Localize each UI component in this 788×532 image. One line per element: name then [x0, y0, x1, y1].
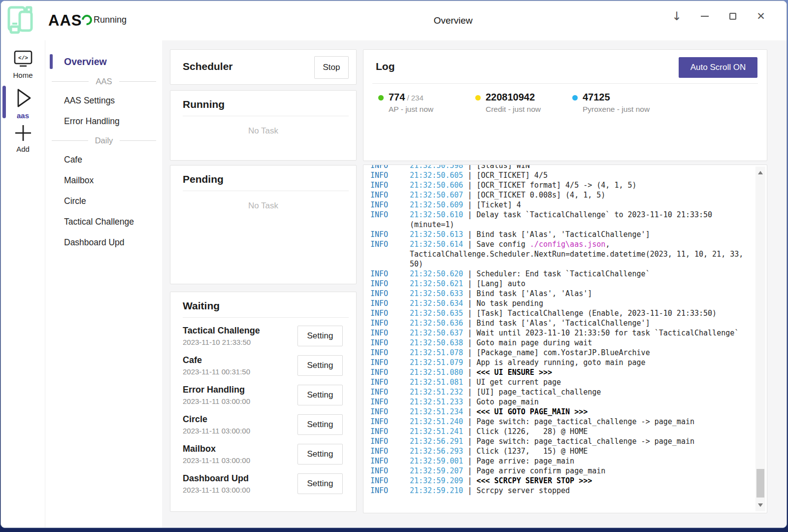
- log-timestamp: 21:32:59.210: [410, 486, 463, 495]
- secondary-nav: OverviewAASAAS SettingsError HandlingDai…: [46, 40, 162, 528]
- nav-item-tactical-challenge[interactable]: Tactical Challenge: [46, 211, 162, 232]
- log-message: 21:32:50.633 | Bind task ['Alas', 'Alas'…: [410, 289, 745, 299]
- task-setting-button[interactable]: Setting: [297, 355, 343, 376]
- scheduler-title: Scheduler: [183, 61, 233, 72]
- rail-item-aas[interactable]: aas: [1, 87, 45, 120]
- log-message: 21:32:50.605 | [OCR_TICKET] 4/5: [410, 170, 745, 180]
- task-setting-button[interactable]: Setting: [297, 326, 343, 346]
- nav-item-label: Error Handling: [64, 116, 120, 127]
- scrollbar-thumb[interactable]: [756, 469, 764, 498]
- close-icon[interactable]: ✕: [755, 10, 767, 22]
- divider-label: Daily: [95, 136, 113, 145]
- log-line: INFO21:32:50.607 | [OCR_TICKET 0.008s] (…: [370, 190, 747, 200]
- nav-item-overview[interactable]: Overview: [46, 51, 162, 72]
- log-level: INFO: [370, 230, 410, 239]
- stat-ap: 774/ 234AP - just now: [378, 92, 475, 114]
- log-line: INFO21:32:59.001 | Page arrive: page_mai…: [370, 456, 747, 466]
- minimize-icon[interactable]: [699, 10, 711, 22]
- task-setting-button[interactable]: Setting: [297, 473, 343, 494]
- nav-item-aas-settings[interactable]: AAS Settings: [46, 90, 162, 111]
- log-separator: |: [463, 466, 476, 475]
- rail-item-add[interactable]: Add: [1, 123, 45, 153]
- divider-line: [52, 81, 89, 82]
- task-name: Circle: [183, 414, 297, 425]
- log-line: INFO21:32:50.621 | [Lang] auto: [370, 279, 747, 289]
- log-timestamp: 21:32:51.079: [410, 358, 463, 367]
- resource-stats: 774/ 234AP - just now220810942Credit - j…: [378, 92, 759, 114]
- maximize-icon[interactable]: [727, 10, 739, 22]
- log-line: INFO21:32:51.079 | App is already runnin…: [370, 358, 747, 367]
- log-separator: |: [463, 486, 476, 495]
- nav-item-circle[interactable]: Circle: [46, 191, 162, 211]
- divider: [183, 116, 349, 116]
- log-line: INFO21:32:59.210 | Scrcpy server stopped: [370, 486, 747, 496]
- log-message: 21:32:50.598 | [Status] WIN: [410, 165, 745, 170]
- nav-item-cafe[interactable]: Cafe: [46, 149, 162, 170]
- scrollbar-down-arrow-icon[interactable]: [758, 503, 763, 507]
- stat-label: AP - just now: [389, 105, 433, 114]
- stat-dot-credit: [475, 95, 481, 100]
- log-line: INFO21:32:50.610 | Delay task `TacticalC…: [370, 210, 747, 230]
- stat-value: 774/ 234: [389, 92, 433, 103]
- log-line: INFO21:32:50.633 | Bind task ['Alas', 'A…: [370, 289, 747, 299]
- collapse-arrow-icon[interactable]: ↓: [671, 10, 683, 22]
- log-timestamp: 21:32:50.636: [410, 319, 463, 328]
- log-line: INFO21:32:51.240 | Page switch: page_tac…: [370, 417, 747, 427]
- log-timestamp: 21:32:50.614: [410, 240, 463, 249]
- log-line: INFO21:32:50.609 | [Ticket] 4: [370, 200, 747, 210]
- nav-item-dashboard-upd[interactable]: Dashboard Upd: [46, 232, 162, 253]
- log-message: 21:32:51.079 | App is already running, g…: [410, 358, 745, 367]
- divider-line: [120, 140, 156, 141]
- log-timestamp: 21:32:50.605: [410, 171, 463, 180]
- log-level: INFO: [370, 397, 410, 407]
- task-setting-button[interactable]: Setting: [297, 444, 343, 465]
- waiting-task-row-dashboard-upd: Dashboard Upd2023-11-11 03:00:00Setting: [170, 469, 356, 499]
- waiting-task-row-cafe: Cafe2023-11-11 00:31:50Setting: [170, 351, 356, 380]
- log-line: INFO21:32:50.637 | Wait until 2023-11-10…: [370, 328, 747, 338]
- log-timestamp: 21:32:50.634: [410, 299, 463, 308]
- log-separator: |: [463, 230, 476, 239]
- auto-scroll-button[interactable]: Auto Scroll ON: [679, 57, 757, 78]
- code-monitor-icon: </>: [12, 49, 34, 69]
- stat-pyroxene: 47125Pyroxene - just now: [572, 92, 669, 114]
- stat-text: 220810942Credit - just now: [486, 92, 541, 114]
- log-timestamp: 21:32:50.635: [410, 309, 463, 318]
- log-timestamp: 21:32:51.234: [410, 407, 463, 416]
- scrollbar-up-arrow-icon[interactable]: [758, 171, 763, 174]
- log-emphasis: <<< UI ENSURE >>>: [476, 368, 552, 377]
- stat-text: 47125Pyroxene - just now: [583, 92, 650, 114]
- task-info: Cafe2023-11-11 00:31:50: [183, 355, 297, 376]
- log-level: INFO: [370, 446, 410, 456]
- log-message: 21:32:50.637 | Wait until 2023-11-10 21:…: [410, 328, 745, 338]
- task-next-run: 2023-11-11 00:31:50: [183, 367, 297, 376]
- task-setting-button[interactable]: Setting: [297, 414, 343, 435]
- log-separator: |: [463, 210, 476, 219]
- plus-icon: [12, 123, 34, 143]
- log-output-panel: INFO21:32:50.598 | [Status] WININFO21:32…: [363, 165, 767, 513]
- log-scroll-area[interactable]: INFO21:32:50.598 | [Status] WININFO21:32…: [370, 165, 747, 511]
- log-message: 21:32:50.606 | [OCR_TICKET format] 4/5 -…: [410, 180, 745, 190]
- log-text: Click (1226, 28) @ HOME: [476, 427, 588, 436]
- log-text: Save config: [476, 240, 529, 249]
- task-setting-button[interactable]: Setting: [297, 385, 343, 405]
- task-next-run: 2023-11-11 03:00:00: [183, 486, 297, 494]
- log-separator: |: [463, 165, 476, 170]
- log-scrollbar[interactable]: [755, 166, 765, 511]
- log-text: App is already running, goto main page: [476, 358, 645, 367]
- log-text: Page switch: page_tactical_challenge -> …: [476, 417, 694, 426]
- rail-item-home[interactable]: </> Home: [1, 49, 45, 79]
- log-separator: |: [463, 299, 476, 308]
- log-message: 21:32:50.607 | [OCR_TICKET 0.008s] (4, 1…: [410, 190, 745, 200]
- log-timestamp: 21:32:50.620: [410, 269, 463, 278]
- log-timestamp: 21:32:50.606: [410, 181, 463, 190]
- log-line: INFO21:32:51.241 | Click (1226, 28) @ HO…: [370, 427, 747, 436]
- task-info: Error Handling2023-11-11 03:00:00: [183, 385, 297, 405]
- scheduler-stop-button[interactable]: Stop: [314, 56, 349, 79]
- log-level: INFO: [370, 486, 410, 496]
- running-title: Running: [183, 99, 356, 110]
- nav-item-mailbox[interactable]: Mailbox: [46, 170, 162, 191]
- nav-item-error-handling[interactable]: Error Handling: [46, 111, 162, 132]
- log-message: 21:32:50.638 | Goto main page during wai…: [410, 338, 745, 348]
- log-level: INFO: [370, 165, 410, 170]
- log-line: INFO21:32:50.605 | [OCR_TICKET] 4/5: [370, 170, 747, 180]
